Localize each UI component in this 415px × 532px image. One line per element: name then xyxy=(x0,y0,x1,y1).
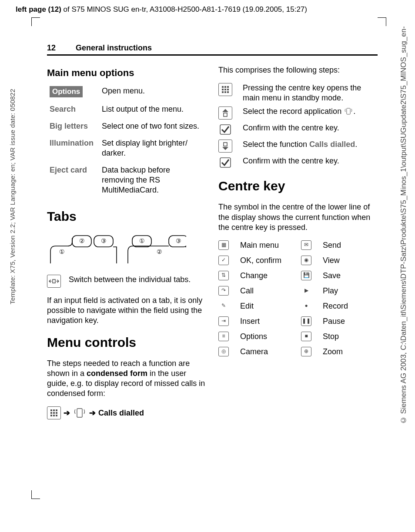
ck-label: Main menu xyxy=(240,240,295,250)
sync-icon: ⇅ xyxy=(218,271,229,280)
ck-label: Call xyxy=(240,286,295,296)
svg-rect-17 xyxy=(50,415,52,416)
svg-rect-25 xyxy=(224,89,226,90)
phone-record-icon xyxy=(73,406,87,419)
grid-icon xyxy=(218,83,232,96)
svg-rect-29 xyxy=(227,91,229,93)
page-number: 12 xyxy=(47,43,56,53)
insert-icon: ⇥ xyxy=(218,316,229,326)
left-column: Main menu options Options Open menu. Sea… xyxy=(47,64,206,419)
stop-icon: ■ xyxy=(301,332,311,341)
zoom-icon: ⊕ xyxy=(301,347,311,356)
side-left-meta: Template: X75, Version 2.2; VAR Language… xyxy=(9,26,16,304)
centre-key-intro: The symbol in the centre of the lower li… xyxy=(218,202,378,232)
svg-rect-27 xyxy=(222,91,224,93)
svg-rect-13 xyxy=(56,409,57,411)
crop-mark xyxy=(378,17,386,26)
options-softkey-label: Options xyxy=(50,86,83,97)
check-icon xyxy=(218,156,232,169)
svg-rect-34 xyxy=(220,158,231,167)
svg-rect-24 xyxy=(222,89,224,90)
row-val: List output of the menu. xyxy=(99,102,206,119)
list-icon: ≡ xyxy=(218,332,229,341)
ck-label: Change xyxy=(240,271,295,281)
header-rest: of S75 MINOS SUG en-tr, A31008-H2500-A81… xyxy=(61,5,307,13)
heading-main-menu-options: Main menu options xyxy=(47,67,206,79)
menu-controls-intro: The steps needed to reach a function are… xyxy=(47,359,206,399)
ck-label: Play xyxy=(323,286,378,296)
ck-label: Pause xyxy=(323,316,378,326)
nav-up-icon xyxy=(218,106,232,120)
ck-label: View xyxy=(323,256,378,266)
disk-icon: 💾 xyxy=(301,271,311,280)
side-right-meta: © Siemens AG 2003, C:\Daten_itl\Siemens\… xyxy=(399,26,408,504)
svg-rect-23 xyxy=(227,86,229,88)
svg-text:③: ③ xyxy=(101,237,107,244)
svg-rect-16 xyxy=(56,412,57,414)
svg-text:①: ① xyxy=(139,237,145,244)
section-title: General instructions xyxy=(76,43,152,53)
svg-rect-30 xyxy=(224,113,227,116)
step-text: Pressing the centre key opens the main m… xyxy=(243,83,378,103)
grid-icon: ▦ xyxy=(218,240,229,250)
svg-rect-18 xyxy=(53,415,55,416)
row-key: Eject card xyxy=(47,163,99,200)
svg-rect-28 xyxy=(224,91,226,93)
ck-label: Send xyxy=(323,240,378,250)
ck-label: Zoom xyxy=(323,347,378,357)
heading-tabs: Tabs xyxy=(47,208,206,225)
tabs-switch-text: Switch between the individual tabs. xyxy=(69,275,206,285)
ck-label: Stop xyxy=(323,332,378,342)
options-desc: Open menu. xyxy=(99,83,206,102)
ck-label: Edit xyxy=(240,301,295,311)
check-icon: ✓ xyxy=(218,256,229,265)
ck-label: Save xyxy=(323,271,378,281)
svg-rect-22 xyxy=(224,86,226,88)
svg-rect-11 xyxy=(50,409,52,411)
path-label: Calls dialled xyxy=(98,408,144,418)
running-head: 12 General instructions xyxy=(47,43,378,56)
ck-label: Record xyxy=(323,301,378,311)
row-key: Search xyxy=(47,102,99,119)
ck-label: Camera xyxy=(240,347,295,357)
nav-down-icon xyxy=(218,140,232,153)
view-icon: ◉ xyxy=(301,256,311,265)
crop-mark xyxy=(31,17,40,26)
header-strip: left page (12) of S75 MINOS SUG en-tr, A… xyxy=(16,5,307,14)
heading-centre-key: Centre key xyxy=(218,178,378,194)
svg-rect-20 xyxy=(77,409,82,417)
svg-text:①: ① xyxy=(59,248,65,255)
arrow-icon: ➔ xyxy=(64,408,70,418)
phone-record-icon xyxy=(344,107,353,116)
right-column: This comprises the following steps: Pres… xyxy=(218,64,378,419)
row-val: Set display light brighter/ darker. xyxy=(99,136,206,163)
step-text: Confirm with the centre key. xyxy=(243,123,378,133)
heading-menu-controls: Menu controls xyxy=(47,334,206,351)
row-key: Big letters xyxy=(47,119,99,136)
pause-icon: ❚❚ xyxy=(301,316,311,326)
step-text: Select the function Calls dialled. xyxy=(243,140,378,150)
condensed-path: ➔ ➔ Calls dialled xyxy=(47,406,206,419)
svg-rect-26 xyxy=(227,89,229,90)
svg-text:③: ③ xyxy=(176,237,181,244)
camera-icon: ◎ xyxy=(218,347,229,356)
svg-rect-10 xyxy=(53,279,55,283)
svg-rect-31 xyxy=(347,108,350,114)
header-prefix: left page (12) xyxy=(16,5,61,13)
grid-icon xyxy=(47,406,61,419)
tabs-note: If an input field is activated on a tab,… xyxy=(47,296,206,326)
play-icon: ▶ xyxy=(301,286,311,296)
check-icon xyxy=(218,123,232,136)
crop-mark xyxy=(31,490,40,499)
ck-label: OK, confirm xyxy=(240,256,295,266)
svg-rect-19 xyxy=(56,415,57,416)
pencil-icon: ✎ xyxy=(218,301,229,311)
record-icon: ● xyxy=(301,301,311,311)
ck-label: Options xyxy=(240,332,295,342)
row-val: Select one of two font sizes. xyxy=(99,119,206,136)
svg-rect-12 xyxy=(53,409,55,411)
svg-text:②: ② xyxy=(79,237,85,244)
svg-rect-15 xyxy=(53,412,55,414)
options-table: Options Open menu. SearchList output of … xyxy=(47,83,206,200)
svg-rect-33 xyxy=(224,143,227,146)
